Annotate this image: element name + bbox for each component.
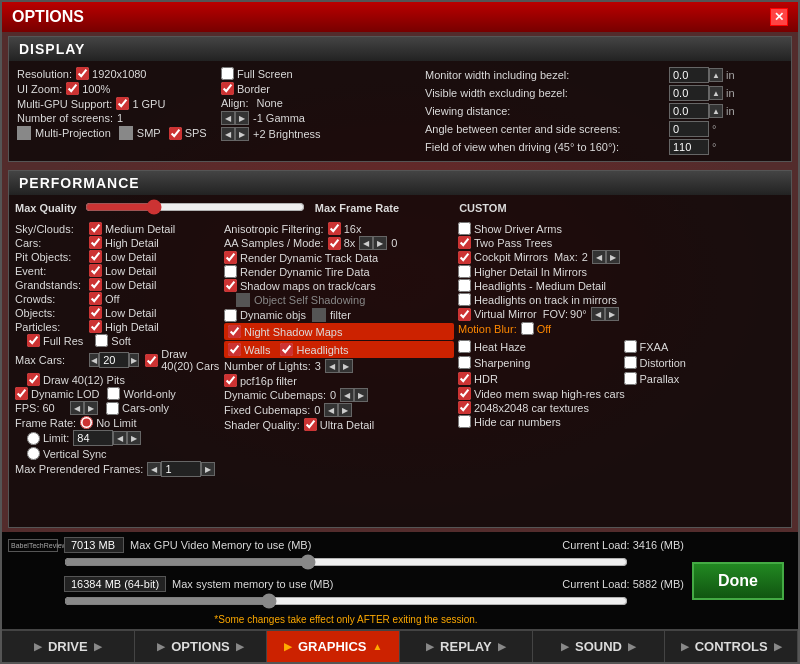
dyn-cube-left[interactable]: ◀ [340, 388, 354, 402]
parallax-checkbox[interactable] [624, 372, 637, 385]
headlights-medium-checkbox[interactable] [458, 279, 471, 292]
brightness-right-btn[interactable]: ▶ [235, 127, 249, 141]
walls-checkbox[interactable] [228, 343, 241, 356]
full-screen-checkbox[interactable] [221, 67, 234, 80]
headlights-checkbox[interactable] [280, 343, 293, 356]
dynamic-lod-checkbox[interactable] [15, 387, 28, 400]
anisotropic-checkbox[interactable] [328, 222, 341, 235]
viewing-distance-input[interactable] [669, 103, 709, 119]
done-button[interactable]: Done [692, 562, 784, 600]
max-cars-right[interactable]: ▶ [129, 353, 139, 367]
no-limit-radio[interactable] [80, 416, 93, 429]
monitor-width-up[interactable]: ▲ [709, 68, 723, 82]
monitor-width-label: Monitor width including bezel: [425, 69, 665, 81]
aa-checkbox[interactable] [328, 237, 341, 250]
soft-checkbox[interactable] [95, 334, 108, 347]
car-textures-checkbox[interactable] [458, 401, 471, 414]
limit-radio[interactable] [27, 432, 40, 445]
mirrors-left[interactable]: ◀ [592, 250, 606, 264]
aa-left[interactable]: ◀ [359, 236, 373, 250]
cars-checkbox[interactable] [89, 236, 102, 249]
nav-options[interactable]: ▶ OPTIONS ▶ [135, 631, 268, 662]
ui-zoom-checkbox[interactable] [66, 82, 79, 95]
multi-gpu-checkbox[interactable] [116, 97, 129, 110]
draw-pits-checkbox[interactable] [27, 373, 40, 386]
shadow-maps-checkbox[interactable] [224, 279, 237, 292]
fps-left[interactable]: ◀ [70, 401, 84, 415]
fixed-cube-right[interactable]: ▶ [338, 403, 352, 417]
cockpit-mirrors-checkbox[interactable] [458, 251, 471, 264]
dynamic-objs-checkbox[interactable] [224, 309, 237, 322]
pit-objects-checkbox[interactable] [89, 250, 102, 263]
limit-left[interactable]: ◀ [113, 431, 127, 445]
viewing-distance-up[interactable]: ▲ [709, 104, 723, 118]
system-memory-slider[interactable] [64, 593, 628, 609]
max-cars-input[interactable] [99, 352, 129, 368]
show-driver-checkbox[interactable] [458, 222, 471, 235]
higher-detail-checkbox[interactable] [458, 265, 471, 278]
gamma-left-btn[interactable]: ◀ [221, 111, 235, 125]
fixed-cube-left[interactable]: ◀ [324, 403, 338, 417]
nav-graphics[interactable]: ▶ GRAPHICS ▲ [267, 631, 400, 662]
fov-input[interactable] [669, 139, 709, 155]
particles-value: High Detail [105, 321, 159, 333]
shader-checkbox[interactable] [304, 418, 317, 431]
crowds-checkbox[interactable] [89, 292, 102, 305]
prerendered-right[interactable]: ▶ [201, 462, 215, 476]
dyn-cube-right[interactable]: ▶ [354, 388, 368, 402]
sps-checkbox[interactable] [169, 127, 182, 140]
border-checkbox[interactable] [221, 82, 234, 95]
night-shadow-checkbox[interactable] [228, 325, 241, 338]
virtual-mirror-checkbox[interactable] [458, 308, 471, 321]
nav-controls[interactable]: ▶ CONTROLS ▶ [665, 631, 798, 662]
prerendered-left[interactable]: ◀ [147, 462, 161, 476]
mirrors-right[interactable]: ▶ [606, 250, 620, 264]
particles-checkbox[interactable] [89, 320, 102, 333]
fxaa-checkbox[interactable] [624, 340, 637, 353]
motion-blur-checkbox[interactable] [521, 322, 534, 335]
virt-mirror-left[interactable]: ◀ [591, 307, 605, 321]
hdr-checkbox[interactable] [458, 372, 471, 385]
full-res-checkbox[interactable] [27, 334, 40, 347]
limit-right[interactable]: ▶ [127, 431, 141, 445]
aa-right[interactable]: ▶ [373, 236, 387, 250]
render-tire-checkbox[interactable] [224, 265, 237, 278]
vertical-sync-radio[interactable] [27, 447, 40, 460]
event-checkbox[interactable] [89, 264, 102, 277]
sky-clouds-checkbox[interactable] [89, 222, 102, 235]
sharpening-checkbox[interactable] [458, 356, 471, 369]
fps-right[interactable]: ▶ [84, 401, 98, 415]
brightness-left-btn[interactable]: ◀ [221, 127, 235, 141]
headlights-track-checkbox[interactable] [458, 293, 471, 306]
close-button[interactable]: ✕ [770, 8, 788, 26]
hide-car-numbers-checkbox[interactable] [458, 415, 471, 428]
distortion-checkbox[interactable] [624, 356, 637, 369]
virt-mirror-right[interactable]: ▶ [605, 307, 619, 321]
grandstands-checkbox[interactable] [89, 278, 102, 291]
resolution-checkbox[interactable] [76, 67, 89, 80]
nav-drive[interactable]: ▶ DRIVE ▶ [2, 631, 135, 662]
lights-left[interactable]: ◀ [325, 359, 339, 373]
quality-slider[interactable] [85, 199, 305, 215]
video-mem-checkbox[interactable] [458, 387, 471, 400]
prerendered-input[interactable] [161, 461, 201, 477]
nav-sound[interactable]: ▶ SOUND ▶ [533, 631, 666, 662]
gamma-right-btn[interactable]: ▶ [235, 111, 249, 125]
two-pass-checkbox[interactable] [458, 236, 471, 249]
visible-width-up[interactable]: ▲ [709, 86, 723, 100]
draw-cars-checkbox[interactable] [145, 354, 158, 367]
visible-width-input[interactable] [669, 85, 709, 101]
world-only-checkbox[interactable] [107, 387, 120, 400]
render-track-checkbox[interactable] [224, 251, 237, 264]
gpu-memory-slider[interactable] [64, 554, 628, 570]
limit-input[interactable] [73, 430, 113, 446]
angle-between-input[interactable] [669, 121, 709, 137]
max-cars-left[interactable]: ◀ [89, 353, 99, 367]
objects-checkbox[interactable] [89, 306, 102, 319]
heat-haze-checkbox[interactable] [458, 340, 471, 353]
pcf-checkbox[interactable] [224, 374, 237, 387]
cars-only-checkbox[interactable] [106, 402, 119, 415]
lights-right[interactable]: ▶ [339, 359, 353, 373]
monitor-width-input[interactable] [669, 67, 709, 83]
nav-replay[interactable]: ▶ REPLAY ▶ [400, 631, 533, 662]
